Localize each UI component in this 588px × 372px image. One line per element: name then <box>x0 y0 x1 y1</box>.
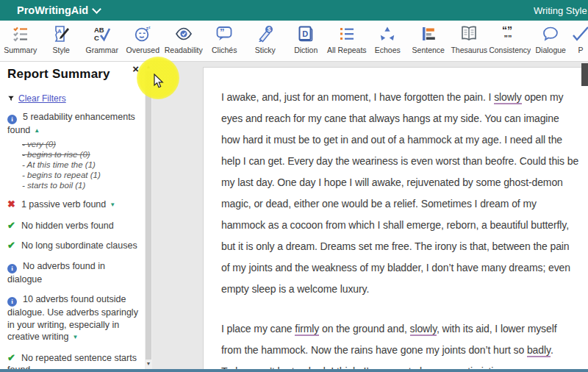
panel-title: Report Summary <box>7 67 145 82</box>
document-text-run: I awake, and, just for an moment, I have… <box>221 91 494 103</box>
app-menu-dropdown[interactable]: ProWritingAid <box>17 0 100 21</box>
toolbar-item-summary[interactable]: Summary <box>0 21 41 61</box>
svg-text:$: $ <box>267 26 270 33</box>
scroll-up-icon[interactable]: ▲ <box>145 63 152 71</box>
summary-item-3[interactable]: ✔No hidden verbs found <box>7 220 139 232</box>
summary-item-2[interactable]: ✖1 passive verb found▼ <box>7 198 139 212</box>
cliches-icon: ” <box>215 24 234 43</box>
toolbar-item-echoes[interactable]: Echoes <box>368 21 409 61</box>
echoes-icon <box>378 24 397 43</box>
document-paragraph: I place my cane firmly on the ground and… <box>221 318 579 369</box>
prowritingaid-app: ProWritingAid Writing Style SummaryAStyl… <box>0 0 588 372</box>
check-icon: ✔ <box>7 352 15 363</box>
diction-icon: D <box>296 24 315 43</box>
dialogue-icon <box>541 24 560 43</box>
panel-scrollbar[interactable]: ▲ ▼ <box>145 62 152 369</box>
toolbar-item-style[interactable]: AStyle <box>41 21 82 61</box>
writing-style-label: Writing Style <box>534 5 587 16</box>
summary-item-1[interactable]: i5 readability enhancements found▲- very… <box>7 111 139 190</box>
summary-item-text: No adverbs found in dialogue <box>7 261 105 285</box>
toolbar-item-consistency[interactable]: “”””Consistency <box>490 21 531 61</box>
svg-text:z: z <box>148 25 151 29</box>
document-scrollbar-thumb[interactable] <box>581 63 588 86</box>
document-text-run: on the ground and, <box>319 323 409 335</box>
collapse-arrow-icon[interactable]: ▲ <box>34 127 40 134</box>
check-icon: ✔ <box>7 220 15 231</box>
summary-sub-item[interactable]: - very (0) <box>22 140 139 150</box>
toolbar-item-p[interactable]: P <box>571 21 588 61</box>
toolbar-item-overused[interactable]: zzOverused <box>123 21 164 61</box>
summary-item-6[interactable]: i10 adverbs found outside dialogue. Use … <box>7 293 139 344</box>
sentence-icon <box>419 24 438 43</box>
bottom-border-bar <box>0 369 588 372</box>
document-text-run: I place my cane <box>221 323 295 335</box>
toolbar-item-all-repeats[interactable]: All Repeats <box>326 21 368 61</box>
toolbar-item-label: Dialogue <box>536 46 566 54</box>
svg-text:””: ”” <box>503 34 512 43</box>
expand-arrow-icon[interactable]: ▼ <box>110 201 115 208</box>
svg-text:C: C <box>94 34 99 42</box>
toolbar-item-sticky[interactable]: $Sticky <box>245 21 286 61</box>
clear-filters-button[interactable]: Clear Filters <box>7 93 145 104</box>
sticky-icon: $ <box>256 24 275 43</box>
check-icon: ✔ <box>7 240 15 251</box>
document-area: I awake, and, just for an moment, I have… <box>152 62 588 369</box>
overused-icon: zz <box>133 24 152 43</box>
summary-item-text: 1 passive verb found <box>21 199 106 210</box>
toolbar-item-label: Echoes <box>375 46 401 54</box>
summary-sub-item[interactable]: - begins to rise (0) <box>22 150 139 160</box>
summary-item-text: 5 readability enhancements found <box>7 112 135 135</box>
toolbar-item-label: Grammar <box>86 46 118 54</box>
info-icon: i <box>7 297 17 307</box>
toolbar-item-sentence[interactable]: Sentence <box>408 21 449 61</box>
info-icon: i <box>7 264 17 273</box>
svg-text:A: A <box>57 28 62 35</box>
document-text-run: open my eyes and reach for my cane that … <box>221 91 578 295</box>
document-text: I awake, and, just for an moment, I have… <box>204 68 588 369</box>
toolbar-item-label: Clichés <box>212 46 237 54</box>
toolbar-item-clich-s[interactable]: ”Clichés <box>204 21 245 61</box>
summary-sub-list: - very (0)- begins to rise (0)- At this … <box>22 140 139 191</box>
toolbar-item-label: Readability <box>165 46 203 54</box>
svg-text:AB: AB <box>94 26 104 34</box>
adverb-highlight[interactable]: badly <box>527 344 551 357</box>
panel-scrollbar-thumb[interactable] <box>146 71 151 360</box>
toolbar-item-label: Sentence <box>412 46 445 54</box>
info-icon: i <box>7 115 17 124</box>
report-summary-panel: Report Summary × Clear Filters i5 readab… <box>0 62 145 369</box>
content-area: Report Summary × Clear Filters i5 readab… <box>0 62 588 369</box>
toolbar-item-label: Consistency <box>490 46 531 54</box>
toolbar-item-readability[interactable]: Readability <box>163 21 204 61</box>
document-paragraph: I awake, and, just for an moment, I have… <box>221 87 579 300</box>
expand-arrow-icon[interactable]: ▼ <box>72 334 78 340</box>
svg-text:D: D <box>302 29 308 38</box>
adverb-highlight[interactable]: firmly <box>295 323 319 336</box>
toolbar-item-label: Thesaurus <box>451 46 487 54</box>
toolbar-item-dialogue[interactable]: Dialogue <box>531 21 572 61</box>
summary-sub-item[interactable]: - starts to boil (1) <box>22 181 139 191</box>
summary-item-5[interactable]: iNo adverbs found in dialogue <box>7 260 139 286</box>
toolbar-item-label: Summary <box>4 46 37 54</box>
style-icon: A <box>51 24 71 43</box>
error-x-icon: ✖ <box>7 198 15 210</box>
toolbar-item-diction[interactable]: DDiction <box>286 21 327 61</box>
scroll-down-icon[interactable]: ▼ <box>145 360 152 368</box>
clear-filters-label: Clear Filters <box>18 93 66 104</box>
summary-items-list: i5 readability enhancements found▲- very… <box>0 111 145 369</box>
toolbar-item-thesaurus[interactable]: Thesaurus <box>449 21 490 61</box>
summary-sub-item[interactable]: - At this time the (1) <box>22 160 139 171</box>
close-icon[interactable]: × <box>132 63 139 74</box>
toolbar-item-label: All Repeats <box>327 46 367 54</box>
summary-item-7[interactable]: ✔No repeated sentence starts found <box>7 352 139 370</box>
summary-item-4[interactable]: ✔No long subordinate clauses <box>7 240 139 252</box>
grammar-icon: ABC <box>93 24 112 43</box>
toolbar-item-grammar[interactable]: ABCGrammar <box>82 21 123 61</box>
writing-style-menu[interactable]: Writing Style <box>534 0 588 21</box>
thesaurus-icon <box>459 24 478 43</box>
app-title: ProWritingAid <box>17 4 88 16</box>
adverb-highlight[interactable]: slowly <box>494 91 522 104</box>
summary-sub-item[interactable]: - begins to repeat (1) <box>22 171 139 181</box>
adverb-highlight[interactable]: slowly <box>410 323 437 336</box>
toolbar-item-label: P <box>578 46 583 54</box>
filter-funnel-icon <box>7 95 15 102</box>
